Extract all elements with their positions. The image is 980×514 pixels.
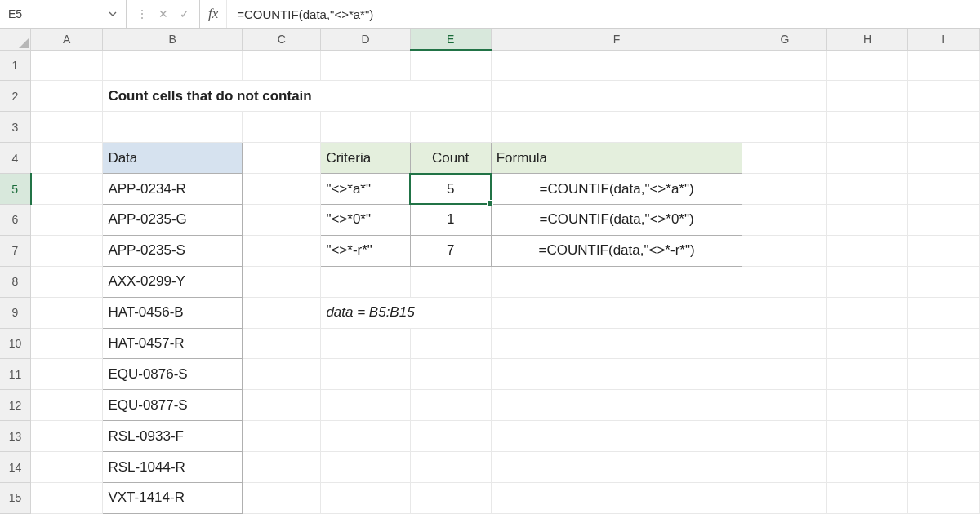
row-header-15[interactable]: 15	[0, 482, 31, 513]
cell-H7[interactable]	[827, 235, 907, 266]
cell-C6[interactable]	[243, 204, 321, 235]
col-header-I[interactable]: I	[907, 29, 979, 50]
cell-H2[interactable]	[827, 81, 907, 112]
cell-F7[interactable]: =COUNTIF(data,"<>*-r*")	[491, 235, 742, 266]
cell-C4[interactable]	[243, 143, 321, 174]
cell-A11[interactable]	[31, 359, 103, 390]
cell-F14[interactable]	[491, 452, 742, 483]
cell-B5[interactable]: APP-0234-R	[103, 174, 243, 205]
cell-G2[interactable]	[742, 81, 827, 112]
col-header-D[interactable]: D	[321, 29, 410, 50]
row-header-14[interactable]: 14	[0, 452, 31, 483]
table-header-formula[interactable]: Formula	[491, 143, 742, 174]
cell-G7[interactable]	[742, 235, 827, 266]
cell-F2[interactable]	[491, 81, 742, 112]
cell-C13[interactable]	[243, 421, 321, 452]
cell-C14[interactable]	[243, 452, 321, 483]
cell-A1[interactable]	[31, 50, 103, 81]
cell-C15[interactable]	[243, 482, 321, 513]
cell-I5[interactable]	[907, 174, 979, 205]
cell-H4[interactable]	[827, 143, 907, 174]
formula-input[interactable]: =COUNTIF(data,"<>*a*")	[227, 0, 980, 28]
cell-A14[interactable]	[31, 452, 103, 483]
col-header-H[interactable]: H	[827, 29, 907, 50]
select-all-corner[interactable]	[0, 29, 31, 50]
row-header-2[interactable]: 2	[0, 81, 31, 112]
chevron-down-icon[interactable]	[108, 9, 118, 19]
row-header-5[interactable]: 5	[0, 174, 31, 205]
cell-A12[interactable]	[31, 390, 103, 421]
cell-D5[interactable]: "<>*a*"	[321, 174, 410, 205]
cell-F6[interactable]: =COUNTIF(data,"<>*0*")	[491, 204, 742, 235]
cell-I2[interactable]	[907, 81, 979, 112]
cell-H12[interactable]	[827, 390, 907, 421]
cell-A15[interactable]	[31, 482, 103, 513]
row-header-7[interactable]: 7	[0, 235, 31, 266]
cell-H15[interactable]	[827, 482, 907, 513]
named-range-note[interactable]: data = B5:B15	[321, 297, 491, 328]
cell-A10[interactable]	[31, 328, 103, 359]
cell-F15[interactable]	[491, 482, 742, 513]
cell-H6[interactable]	[827, 204, 907, 235]
cell-H14[interactable]	[827, 452, 907, 483]
cell-A5[interactable]	[31, 174, 103, 205]
cell-I9[interactable]	[907, 297, 979, 328]
cell-A4[interactable]	[31, 143, 103, 174]
cell-E10[interactable]	[410, 328, 491, 359]
cell-A7[interactable]	[31, 235, 103, 266]
cell-G10[interactable]	[742, 328, 827, 359]
cell-A9[interactable]	[31, 297, 103, 328]
cell-A2[interactable]	[31, 81, 103, 112]
cell-A6[interactable]	[31, 204, 103, 235]
cell-F9[interactable]	[491, 297, 742, 328]
spreadsheet-grid[interactable]: A B C D E F G H I 1 2 Coun	[0, 29, 980, 514]
row-header-6[interactable]: 6	[0, 204, 31, 235]
cell-I14[interactable]	[907, 452, 979, 483]
cell-H8[interactable]	[827, 266, 907, 297]
cell-B7[interactable]: APP-0235-S	[103, 235, 243, 266]
cell-B13[interactable]: RSL-0933-F	[103, 421, 243, 452]
cell-E6[interactable]: 1	[410, 204, 491, 235]
row-header-10[interactable]: 10	[0, 328, 31, 359]
cell-F12[interactable]	[491, 390, 742, 421]
cell-E11[interactable]	[410, 359, 491, 390]
cell-I15[interactable]	[907, 482, 979, 513]
cell-B8[interactable]: AXX-0299-Y	[103, 266, 243, 297]
col-header-A[interactable]: A	[31, 29, 103, 50]
cell-G8[interactable]	[742, 266, 827, 297]
cell-F13[interactable]	[491, 421, 742, 452]
cell-D14[interactable]	[321, 452, 410, 483]
cell-E7[interactable]: 7	[410, 235, 491, 266]
cell-D1[interactable]	[321, 50, 410, 81]
cell-F11[interactable]	[491, 359, 742, 390]
cell-E5[interactable]: 5	[410, 174, 491, 205]
cell-A3[interactable]	[31, 112, 103, 143]
row-header-4[interactable]: 4	[0, 143, 31, 174]
col-header-E[interactable]: E	[410, 29, 491, 50]
cell-D8[interactable]	[321, 266, 410, 297]
col-header-B[interactable]: B	[103, 29, 243, 50]
cell-I10[interactable]	[907, 328, 979, 359]
cell-F3[interactable]	[491, 112, 742, 143]
cell-D3[interactable]	[321, 112, 410, 143]
cell-C11[interactable]	[243, 359, 321, 390]
cell-G6[interactable]	[742, 204, 827, 235]
cell-I12[interactable]	[907, 390, 979, 421]
cell-I6[interactable]	[907, 204, 979, 235]
cell-G14[interactable]	[742, 452, 827, 483]
cell-G4[interactable]	[742, 143, 827, 174]
cell-C3[interactable]	[243, 112, 321, 143]
table-header-data[interactable]: Data	[103, 143, 243, 174]
drag-handle-icon[interactable]: ⋮	[136, 7, 147, 20]
cell-E3[interactable]	[410, 112, 491, 143]
cell-D12[interactable]	[321, 390, 410, 421]
row-header-1[interactable]: 1	[0, 50, 31, 81]
cell-B3[interactable]	[103, 112, 243, 143]
cell-D7[interactable]: "<>*-r*"	[321, 235, 410, 266]
cell-A8[interactable]	[31, 266, 103, 297]
cell-F8[interactable]	[491, 266, 742, 297]
cell-C10[interactable]	[243, 328, 321, 359]
cell-I11[interactable]	[907, 359, 979, 390]
row-header-3[interactable]: 3	[0, 112, 31, 143]
cell-I1[interactable]	[907, 50, 979, 81]
